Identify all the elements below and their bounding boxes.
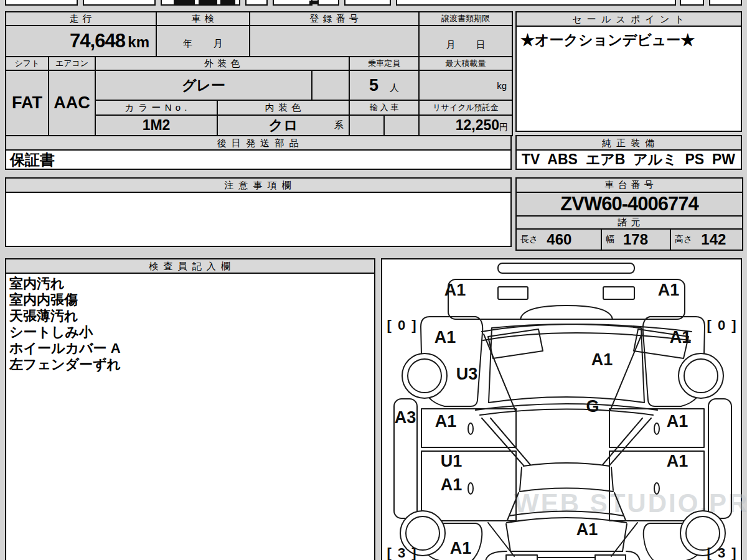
front-bumper (448, 279, 685, 319)
recycle-deposit-number: 12,250 (456, 117, 499, 133)
a-pillar-right-inner (603, 418, 642, 465)
color-no-value: 1M2 (95, 115, 217, 136)
inspector-note: 室内汚れ (9, 276, 371, 292)
top-row-cell-fragment (83, 0, 156, 6)
color-no-header: カ ラ ー N o . (95, 100, 217, 115)
a-pillar-right (609, 418, 651, 465)
grille-line-1 (482, 324, 692, 332)
max-load-value: kg (419, 70, 512, 100)
door-handle-front-left (468, 423, 473, 434)
capacity-unit: 人 (390, 82, 399, 93)
inspector-note: 室内内張傷 (9, 292, 371, 308)
spec-width-label: 幅 (606, 234, 614, 245)
equipment-header: 純 正 装 備 (517, 136, 741, 151)
sales-point-header: セ ー ル ス ポ イ ン ト (517, 12, 741, 27)
damage-code-roof: G (586, 397, 599, 416)
top-row-cell-fragment (396, 0, 676, 6)
capacity-number: 5 (369, 76, 378, 95)
mileage-header: 走 行 (6, 12, 156, 26)
roof-side-left (520, 467, 522, 490)
tire-depth-rear-left: [ 3 ] (387, 545, 417, 560)
exterior-color-value: グレー (95, 70, 312, 100)
shift-header: シフト (6, 57, 49, 70)
door-handle-rear-left (468, 483, 473, 494)
spec-length-value: 460 (547, 231, 571, 248)
shipped-later-box: 後 日 発 送 部 品 保証書 (5, 135, 512, 170)
top-row-cell-fragment (709, 0, 742, 6)
mileage-value: 74,648 km (6, 26, 156, 57)
inspector-note: 天張薄汚れ (9, 308, 371, 324)
mileage-number: 74,648 (70, 30, 125, 52)
caution-header: 注 意 事 項 欄 (6, 179, 510, 193)
damage-code-fender-front-right: A1 (670, 328, 692, 347)
inspector-note: ホイールカバー A (9, 340, 371, 357)
spec-width-cell: 幅178 (601, 229, 670, 250)
exterior-color-extra-cell (312, 70, 349, 100)
door-rear-right (609, 451, 704, 521)
damage-code-pillar-front-left: U3 (456, 365, 478, 383)
car-outline-diagram: A1 A1 [ 0 ] [ 0 ] A1 A1 A1 U3 A3 A1 G A1… (382, 259, 741, 560)
exterior-color-header: 外 装 色 (95, 57, 349, 70)
caution-box: 注 意 事 項 欄 (5, 177, 512, 247)
top-row-cell-fragment (5, 0, 78, 6)
damage-code-fender-front-left: A1 (435, 328, 456, 347)
damage-diagram-box: WEB STUDIO.PRO (381, 258, 742, 560)
spec-length-cell: 長さ460 (516, 229, 601, 250)
damage-code-door-front-left: A1 (435, 412, 457, 431)
aircon-header: エアコン (49, 57, 95, 70)
damage-code-rocker-left: A3 (395, 408, 416, 427)
fender-fold-right (610, 334, 642, 411)
damage-code-door-rear-left-top: U1 (441, 452, 463, 470)
wheel-front-right (679, 353, 723, 398)
top-row-cell-fragment (317, 0, 339, 6)
registration-header: 登 録 番 号 (250, 12, 419, 26)
inspector-note: 左フェンダーずれ (9, 357, 371, 373)
cutoff-text-fragment (220, 0, 235, 4)
shaken-header: 車 検 (156, 12, 250, 26)
cowl-line-2 (480, 409, 653, 416)
damage-code-door-rear-right: A1 (667, 452, 688, 470)
rear-bumper-wing-right (626, 551, 640, 560)
recycle-deposit-value: 12,250円 (419, 115, 512, 136)
rear-bumper-detail-left (506, 555, 537, 560)
rear-window-line-2 (507, 518, 626, 523)
grille-line-2 (483, 333, 690, 340)
interior-color-value: クロ系 (217, 115, 349, 136)
damage-code-door-rear-left-bottom: A1 (441, 475, 463, 494)
spec-length-label: 長さ (520, 234, 538, 245)
equipment-box: 純 正 装 備 TV ABS エアB アルミ PS PW (515, 135, 742, 170)
sales-point-box: セ ー ル ス ポ イ ン ト ★オークションデビュー★ (515, 11, 742, 132)
spec-height-label: 高さ (675, 234, 692, 245)
equipment-value: TV ABS エアB アルミ PS PW (517, 151, 741, 169)
damage-code-door-front-right: A1 (667, 412, 688, 431)
cutoff-text-fragment (174, 0, 195, 4)
import-cell-2 (384, 115, 419, 136)
specs-header: 諸 元 (516, 216, 743, 229)
auction-sheet: 走 行 車 検 登 録 番 号 譲渡書類期限 74,648 km 年 月 月 日… (0, 0, 747, 560)
front-bumper-detail-right (603, 287, 634, 299)
spec-height-value: 142 (701, 231, 726, 248)
spec-width-value: 178 (623, 231, 648, 248)
roof-strip (498, 263, 634, 273)
a-pillar-left-inner (491, 418, 530, 465)
mileage-unit: km (128, 34, 149, 50)
interior-color-suffix: 系 (334, 119, 344, 131)
damage-code-rear-gate: A1 (576, 520, 598, 539)
cutoff-text-fragment (309, 1, 317, 4)
door-front-right (609, 409, 704, 447)
caution-value (6, 193, 510, 246)
door-handle-rear-right (654, 483, 659, 494)
interior-color-text: クロ (269, 117, 298, 133)
rear-window-line-1 (509, 511, 624, 516)
inspector-notes-body: 室内汚れ 室内内張傷 天張薄汚れ シートしみ小 ホイールカバー A 左フェンダー… (6, 274, 374, 375)
door-handle-front-right (654, 423, 659, 434)
top-row-cell-fragment (344, 0, 391, 6)
shipped-later-value: 保証書 (6, 151, 510, 169)
front-bumper-detail-left (498, 287, 528, 299)
top-row-cell-fragment (680, 0, 704, 6)
top-row-cell-fragment (273, 0, 312, 6)
tire-depth-front-right: [ 0 ] (707, 317, 737, 333)
capacity-header: 乗車定員 (349, 57, 419, 70)
roof-side-right (611, 467, 613, 490)
max-load-header: 最大積載量 (419, 57, 512, 70)
